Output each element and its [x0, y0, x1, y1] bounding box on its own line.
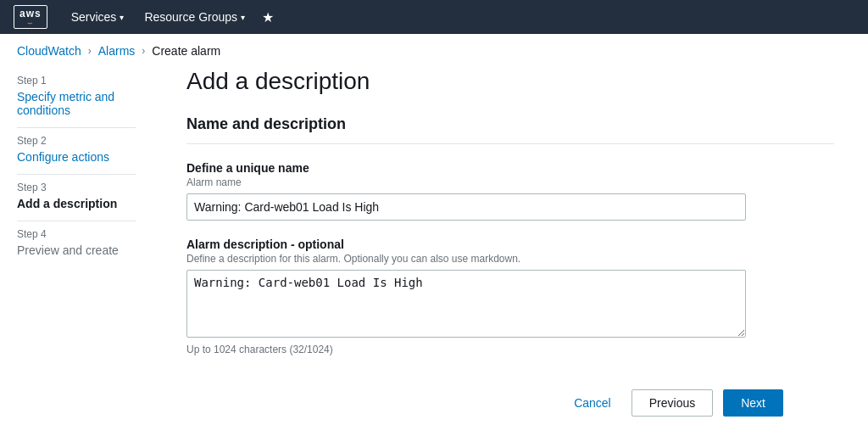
- breadcrumb-current-page: Create alarm: [152, 44, 220, 58]
- char-count: Up to 1024 characters (32/1024): [186, 344, 834, 355]
- resource-groups-label: Resource Groups: [144, 10, 237, 24]
- sidebar-item-configure-actions[interactable]: Configure actions: [17, 150, 136, 164]
- breadcrumb-separator-2: ›: [142, 45, 145, 57]
- previous-button[interactable]: Previous: [632, 389, 713, 417]
- name-form-group: Define a unique name Alarm name: [186, 161, 834, 221]
- cancel-button[interactable]: Cancel: [564, 391, 621, 415]
- aws-logo[interactable]: aws ⌣: [14, 5, 47, 29]
- breadcrumb: CloudWatch › Alarms › Create alarm: [0, 34, 868, 68]
- breadcrumb-separator-1: ›: [88, 45, 92, 57]
- sidebar-step-2: Step 2 Configure actions: [17, 128, 136, 175]
- resource-groups-chevron-icon: ▾: [241, 13, 245, 22]
- sidebar-item-specify-metric[interactable]: Specify metric and conditions: [17, 90, 136, 117]
- step-3-label: Step 3: [17, 182, 136, 193]
- section-title: Name and description: [186, 115, 834, 144]
- resource-groups-nav-item[interactable]: Resource Groups ▾: [134, 0, 255, 34]
- sidebar: Step 1 Specify metric and conditions Ste…: [17, 68, 153, 425]
- breadcrumb-cloudwatch-link[interactable]: CloudWatch: [17, 44, 81, 58]
- name-label: Define a unique name: [186, 161, 834, 175]
- step-2-label: Step 2: [17, 135, 136, 147]
- page-title: Add a description: [186, 68, 834, 95]
- sidebar-step-3: Step 3 Add a description: [17, 175, 136, 221]
- top-navigation: aws ⌣ Services ▾ Resource Groups ▾ ★: [0, 0, 868, 34]
- name-sublabel: Alarm name: [186, 176, 834, 188]
- description-form-group: Alarm description - optional Define a de…: [186, 238, 834, 355]
- services-chevron-icon: ▾: [120, 13, 124, 22]
- breadcrumb-alarms-link[interactable]: Alarms: [98, 44, 136, 58]
- favorites-star-icon[interactable]: ★: [255, 9, 281, 25]
- services-nav-item[interactable]: Services ▾: [61, 0, 135, 34]
- sidebar-item-preview-create: Preview and create: [17, 243, 136, 257]
- main-content: Add a description Name and description D…: [153, 68, 851, 425]
- desc-sublabel: Define a description for this alarm. Opt…: [186, 253, 834, 265]
- desc-label: Alarm description - optional: [186, 238, 834, 251]
- next-button[interactable]: Next: [723, 389, 783, 417]
- footer-buttons: Cancel Previous Next: [186, 372, 834, 425]
- sidebar-step-1: Step 1 Specify metric and conditions: [17, 68, 136, 128]
- alarm-name-input[interactable]: [186, 193, 746, 221]
- step-4-label: Step 4: [17, 228, 136, 240]
- sidebar-step-4: Step 4 Preview and create: [17, 221, 136, 267]
- sidebar-item-add-description[interactable]: Add a description: [17, 197, 136, 210]
- alarm-description-textarea[interactable]: Warning: Card-web01 Load Is High: [186, 270, 746, 338]
- step-1-label: Step 1: [17, 75, 136, 87]
- main-layout: Step 1 Specify metric and conditions Ste…: [0, 68, 868, 425]
- services-label: Services: [71, 10, 117, 24]
